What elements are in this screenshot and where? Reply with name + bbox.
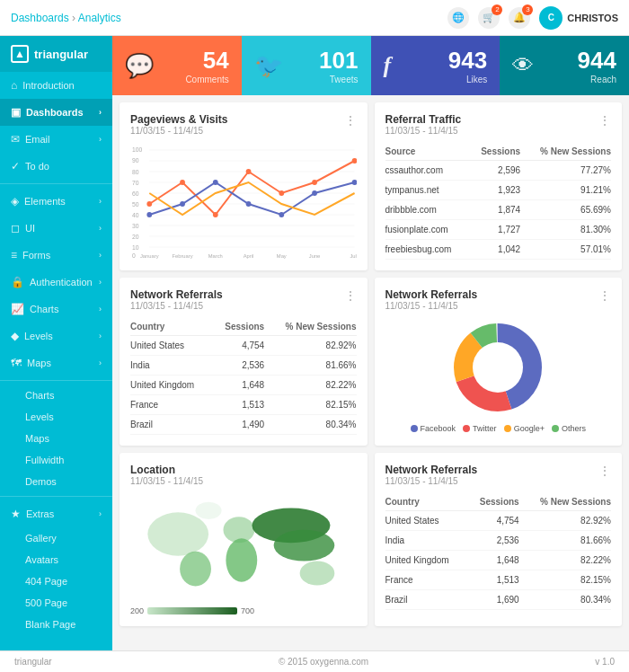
comment-icon: 💬	[125, 52, 154, 80]
network-referrals2-date: 11/03/15 - 11/4/15	[385, 476, 478, 486]
table-row: fusionplate.com1,72781.30%	[385, 220, 612, 240]
sidebar-sub-charts[interactable]: Charts	[0, 385, 112, 406]
network-referrals-menu[interactable]: ⋮	[344, 288, 357, 303]
svg-text:90: 90	[132, 157, 139, 164]
referral-menu[interactable]: ⋮	[598, 113, 611, 128]
chevron-right-icon: ›	[99, 509, 102, 518]
sidebar-sub-500[interactable]: 500 Page	[0, 592, 112, 614]
sidebar-sub-fullwidth[interactable]: Fullwidth	[0, 449, 112, 471]
sidebar-sub-levels[interactable]: Levels	[0, 406, 112, 428]
svg-point-30	[213, 180, 218, 185]
sidebar-sub-404[interactable]: 404 Page	[0, 570, 112, 592]
panel-location: Location 11/03/15 - 11/4/15	[120, 453, 368, 626]
sidebar-sub-blank[interactable]: Blank Page	[0, 614, 112, 635]
legend-facebook: Facebook	[411, 424, 456, 433]
map-legend-max: 700	[241, 606, 254, 615]
stat-card-comments: 💬 54 Comments	[112, 36, 242, 95]
breadcrumb: Dashboards › Analytics	[11, 12, 447, 24]
reach-number: 944	[578, 47, 616, 75]
svg-text:February: February	[172, 253, 192, 259]
cart-badge: 2	[492, 4, 502, 15]
sidebar-item-forms[interactable]: ≡Forms ›	[0, 242, 112, 269]
chevron-right-icon: ›	[99, 251, 102, 260]
svg-point-33	[312, 190, 317, 196]
sidebar-item-dashboards[interactable]: ▣Dashboards ›	[0, 99, 112, 126]
svg-text:20: 20	[132, 234, 139, 240]
svg-text:April: April	[244, 253, 254, 259]
twitter-dot	[463, 425, 470, 432]
svg-point-54	[196, 502, 222, 519]
footer-brand: triangular	[14, 657, 52, 667]
svg-text:30: 30	[132, 223, 139, 229]
pageviews-menu[interactable]: ⋮	[344, 113, 357, 128]
sidebar-item-introduction[interactable]: ⌂Introduction	[0, 72, 112, 99]
panel-pageviews: Pageviews & Visits 11/03/15 - 11/4/15 ⋮ …	[120, 102, 368, 270]
email-icon: ✉	[11, 133, 20, 146]
col-country: Country	[130, 318, 213, 336]
levels-icon: ◆	[11, 330, 19, 342]
chevron-right-icon: ›	[99, 224, 102, 233]
svg-text:100: 100	[132, 146, 142, 153]
sidebar-item-charts[interactable]: 📈Charts ›	[0, 296, 112, 323]
panels-grid: Pageviews & Visits 11/03/15 - 11/4/15 ⋮ …	[112, 95, 629, 633]
referral-table: Source Sessions % New Sessions cssauthor…	[385, 143, 612, 260]
col-sessions2: Sessions	[468, 493, 519, 511]
svg-point-21	[146, 201, 152, 207]
referral-title: Referral Traffic	[385, 113, 462, 126]
svg-text:0: 0	[132, 252, 136, 259]
chevron-right-icon: ›	[99, 332, 102, 340]
network-referrals2-menu[interactable]: ⋮	[598, 464, 611, 478]
table-row: freebiesbug.com1,04257.01%	[385, 240, 612, 260]
donut-legend: Facebook Twitter Google+ Others	[411, 424, 586, 433]
sidebar-item-ui[interactable]: ◻UI ›	[0, 215, 112, 242]
sidebar-sub-maps[interactable]: Maps	[0, 428, 112, 449]
eye-icon: 👁	[512, 53, 534, 78]
col-sessions: Sessions	[213, 318, 264, 336]
chevron-right-icon: ›	[99, 305, 102, 314]
donut-menu[interactable]: ⋮	[598, 288, 611, 303]
pageviews-chart: 100 90 80 70 60 50 40 30 20 10 0	[130, 143, 357, 260]
globe-icon[interactable]: 🌐	[447, 7, 469, 29]
network-referrals-table: Country Sessions % New Sessions United S…	[130, 318, 357, 435]
sidebar-item-elements[interactable]: ◈Elements ›	[0, 188, 112, 215]
sidebar-item-authentication[interactable]: 🔒Authentication ›	[0, 269, 112, 296]
sidebar-sub-demos[interactable]: Demos	[0, 471, 112, 492]
sidebar-logo[interactable]: ▲ triangular	[0, 36, 112, 72]
sidebar-sub-avatars[interactable]: Avatars	[0, 549, 112, 570]
svg-point-53	[300, 561, 335, 585]
cart-icon[interactable]: 🛒 2	[478, 7, 500, 29]
donut-title: Network Referrals	[385, 288, 478, 301]
check-icon: ✓	[11, 160, 20, 172]
panel-network-referrals-table: Network Referrals 11/03/15 - 11/4/15 ⋮ C…	[120, 278, 368, 446]
stat-card-likes: f 943 Likes	[371, 36, 501, 95]
svg-point-47	[147, 512, 208, 555]
ui-icon: ◻	[11, 222, 20, 234]
svg-point-48	[180, 552, 211, 587]
sidebar-item-todo[interactable]: ✓To do	[0, 153, 112, 180]
sidebar-item-maps[interactable]: 🗺Maps ›	[0, 349, 112, 376]
bell-icon[interactable]: 🔔 3	[509, 7, 530, 29]
svg-point-24	[246, 169, 252, 174]
header: Dashboards › Analytics 🌐 🛒 2 🔔 3 C CHRIS…	[0, 0, 629, 36]
sidebar-item-extras[interactable]: ★Extras ›	[0, 500, 112, 527]
table-row: United Kingdom1,64882.22%	[385, 551, 612, 570]
sidebar-item-levels[interactable]: ◆Levels ›	[0, 323, 112, 349]
dashboard-icon: ▣	[11, 106, 21, 119]
svg-point-28	[146, 212, 152, 217]
bell-badge: 3	[522, 4, 533, 15]
table-row: United States4,75482.92%	[385, 511, 612, 531]
svg-text:January: January	[140, 253, 159, 259]
chevron-right-icon: ›	[99, 358, 102, 367]
location-date: 11/03/15 - 11/4/15	[130, 476, 203, 486]
sidebar-item-email[interactable]: ✉Email ›	[0, 126, 112, 153]
network-referrals-date: 11/03/15 - 11/4/15	[130, 301, 223, 311]
table-row: tympanus.net1,92391.21%	[385, 181, 612, 200]
forms-icon: ≡	[11, 249, 17, 261]
table-row: India2,53681.66%	[130, 356, 357, 376]
chevron-right-icon: ›	[99, 108, 102, 117]
svg-text:80: 80	[132, 169, 139, 175]
svg-text:60: 60	[132, 190, 139, 197]
sidebar-sub-gallery[interactable]: Gallery	[0, 527, 112, 549]
user-menu[interactable]: C CHRISTOS	[539, 6, 618, 30]
legend-googleplus: Google+	[504, 424, 545, 433]
